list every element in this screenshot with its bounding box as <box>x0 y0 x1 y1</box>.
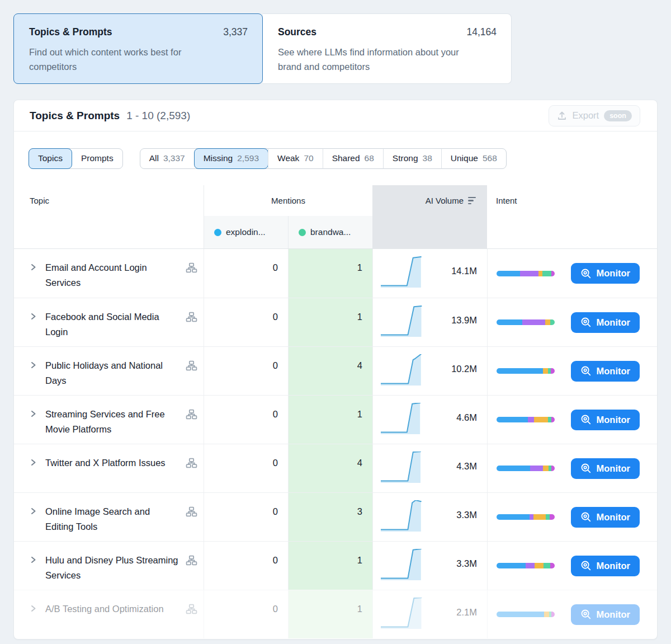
result-range: 1 - 10 (2,593) <box>126 110 190 122</box>
mentions-competitor2: 1 <box>288 542 372 590</box>
filter-weak[interactable]: Weak 70 <box>268 148 323 169</box>
monitor-magnifier-icon <box>580 317 592 328</box>
trend-sparkline <box>381 452 424 492</box>
mentions-competitor1: 0 <box>204 396 288 444</box>
mentions-competitor1: 0 <box>204 249 288 298</box>
intent-distribution-bar <box>497 563 555 568</box>
subtopics-tree-icon[interactable] <box>186 554 198 590</box>
subtopics-tree-icon[interactable] <box>186 603 198 638</box>
trend-sparkline <box>381 500 424 541</box>
mentions-competitor1: 0 <box>204 444 288 492</box>
monitor-button[interactable]: Monitor <box>571 361 640 382</box>
sort-descending-icon <box>468 197 476 205</box>
expand-chevron-icon[interactable] <box>29 506 39 541</box>
expand-chevron-icon[interactable] <box>29 360 39 395</box>
subtopics-tree-icon[interactable] <box>186 506 198 541</box>
expand-chevron-icon[interactable] <box>29 409 39 444</box>
monitor-button[interactable]: Monitor <box>571 312 640 333</box>
mentions-competitor1: 0 <box>204 590 288 638</box>
ai-volume-value: 3.3M <box>456 558 477 590</box>
topic-name[interactable]: Online Image Search and Editing Tools <box>45 504 179 541</box>
trend-sparkline <box>381 305 424 346</box>
subtopics-tree-icon[interactable] <box>186 408 198 444</box>
column-header-ai-volume[interactable]: AI Volume <box>372 185 487 216</box>
mentions-competitor2: 1 <box>288 590 372 638</box>
trend-sparkline <box>381 403 424 444</box>
subtopics-tree-icon[interactable] <box>186 360 198 395</box>
export-button[interactable]: Export soon <box>549 105 640 126</box>
card-sources[interactable]: Sources 14,164 See where LLMs find infor… <box>263 13 512 84</box>
ai-volume-value: 2.1M <box>456 607 477 638</box>
expand-chevron-icon[interactable] <box>29 262 39 298</box>
filter-all[interactable]: All 3,337 <box>140 148 195 169</box>
monitor-button[interactable]: Monitor <box>571 556 640 576</box>
filter-bar: Topics Prompts All 3,337 Missing 2,593 W… <box>14 131 657 185</box>
column-header-mentions: Mentions <box>204 185 372 216</box>
monitor-button[interactable]: Monitor <box>571 507 640 528</box>
subtopics-tree-icon[interactable] <box>186 311 198 346</box>
soon-badge: soon <box>604 110 632 121</box>
competitor-header-2: brandwa... <box>288 216 372 248</box>
expand-chevron-icon[interactable] <box>29 604 39 638</box>
mentions-competitor1: 0 <box>204 298 288 346</box>
topic-name[interactable]: Hulu and Disney Plus Streaming Services <box>45 553 179 590</box>
ai-volume-value: 4.6M <box>456 412 477 444</box>
trend-sparkline <box>381 354 424 395</box>
filter-shared[interactable]: Shared 68 <box>323 148 384 169</box>
view-toggle: Topics Prompts <box>29 148 123 169</box>
mentions-competitor2: 1 <box>288 249 372 298</box>
monitor-magnifier-icon <box>580 609 592 620</box>
competitor-dot <box>214 229 221 236</box>
table-row: Facebook and Social Media Login 0 1 13.9… <box>14 298 657 346</box>
topic-name[interactable]: Twitter and X Platform Issues <box>45 455 179 492</box>
intent-distribution-bar <box>497 514 555 520</box>
tab-topics[interactable]: Topics <box>29 148 72 169</box>
monitor-button[interactable]: Monitor <box>571 263 640 284</box>
monitor-button[interactable]: Monitor <box>571 410 640 430</box>
expand-chevron-icon[interactable] <box>29 555 39 590</box>
topic-name[interactable]: Facebook and Social Media Login <box>45 309 179 346</box>
tab-prompts[interactable]: Prompts <box>72 148 123 169</box>
export-label: Export <box>572 110 599 121</box>
expand-chevron-icon[interactable] <box>29 458 39 492</box>
topic-name[interactable]: Email and Account Login Services <box>45 260 179 298</box>
summary-cards: Topics & Prompts 3,337 Find out which co… <box>13 13 512 84</box>
intent-distribution-bar <box>497 319 555 325</box>
subtopics-tree-icon[interactable] <box>186 457 198 492</box>
column-header-topic: Topic <box>14 196 204 205</box>
competitor-header-1: explodin... <box>204 216 288 248</box>
export-icon <box>557 111 567 121</box>
trend-sparkline <box>381 256 424 298</box>
monitor-button[interactable]: Monitor <box>571 604 640 625</box>
intent-distribution-bar <box>497 417 555 422</box>
topic-name[interactable]: A/B Testing and Optimization <box>45 601 179 638</box>
expand-chevron-icon[interactable] <box>29 312 39 346</box>
mentions-competitor2: 4 <box>288 444 372 492</box>
mentions-competitor2: 1 <box>288 298 372 346</box>
table-row: Email and Account Login Services 0 1 14.… <box>14 249 657 298</box>
card-description: Find out which content works best for co… <box>29 45 222 74</box>
table-body: Email and Account Login Services 0 1 14.… <box>14 249 657 638</box>
trend-sparkline <box>381 598 424 638</box>
ai-volume-value: 13.9M <box>451 315 477 346</box>
filter-missing[interactable]: Missing 2,593 <box>194 148 268 169</box>
filter-unique[interactable]: Unique 568 <box>441 148 507 169</box>
monitor-magnifier-icon <box>580 560 592 571</box>
monitor-magnifier-icon <box>580 268 592 279</box>
ai-volume-value: 14.1M <box>451 266 477 298</box>
monitor-magnifier-icon <box>580 365 592 377</box>
monitor-button[interactable]: Monitor <box>571 458 640 479</box>
topic-name[interactable]: Streaming Services and Free Movie Platfo… <box>45 407 179 444</box>
subtopics-tree-icon[interactable] <box>186 262 198 298</box>
column-header-intent: Intent <box>487 196 657 205</box>
topic-name[interactable]: Public Holidays and National Days <box>45 358 179 395</box>
card-title: Sources <box>278 26 316 38</box>
card-topics-prompts[interactable]: Topics & Prompts 3,337 Find out which co… <box>13 13 263 84</box>
filter-strong[interactable]: Strong 38 <box>383 148 442 169</box>
ai-volume-value: 3.3M <box>456 510 477 541</box>
table-row: Streaming Services and Free Movie Platfo… <box>14 395 657 444</box>
panel-title: Topics & Prompts <box>30 110 120 122</box>
table-row: Public Holidays and National Days 0 4 10… <box>14 346 657 395</box>
intent-distribution-bar <box>497 368 555 374</box>
topics-prompts-panel: Topics & Prompts 1 - 10 (2,593) Export s… <box>13 100 658 640</box>
